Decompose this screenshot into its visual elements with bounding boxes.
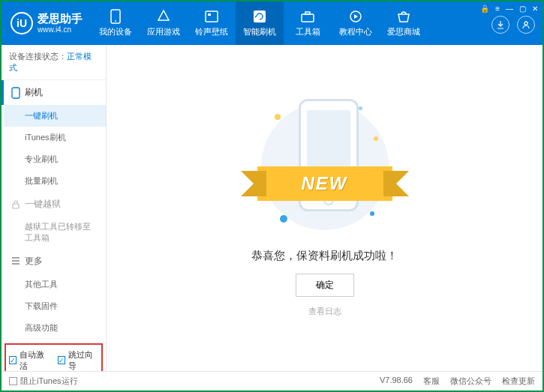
sidebar-item-pro-flash[interactable]: 专业刷机 [4,148,106,170]
window-controls: 🔒 ≡ — ▢ ✕ [476,1,542,16]
options-box: ✓ 自动激活 ✓ 跳过向导 [5,343,103,371]
sidebar-item-itunes-flash[interactable]: iTunes刷机 [4,127,106,148]
app-name: 爱思助手 [38,12,83,25]
nav-label: 智能刷机 [243,26,276,37]
toolbox-icon [300,9,315,24]
phone-icon [11,87,20,99]
nav-label: 教程中心 [339,26,372,37]
logo-area: iU 爱思助手 www.i4.cn [2,1,92,45]
sidebar-item-batch-flash[interactable]: 批量刷机 [4,170,106,192]
nav-label: 应用游戏 [147,26,180,37]
sidebar-item-advanced[interactable]: 高级功能 [4,317,106,339]
nav-store[interactable]: 爱思商城 [380,1,428,45]
success-message: 恭喜您，保资料刷机成功啦！ [251,249,398,263]
tutorial-icon [348,9,363,24]
nav-label: 爱思商城 [387,26,420,37]
close-icon[interactable]: ✕ [532,4,538,13]
header: iU 爱思助手 www.i4.cn 我的设备 应用游戏 铃声壁纸 智能刷机 [2,1,542,45]
nav-toolbox[interactable]: 工具箱 [284,1,332,45]
svg-rect-3 [208,13,211,16]
nav-label: 工具箱 [296,26,320,37]
store-icon [396,9,411,24]
phone-icon [108,9,123,24]
minimize-icon[interactable]: — [506,4,513,13]
user-button[interactable] [517,16,535,34]
checkbox-icon [9,377,17,385]
main-content: NEW 恭喜您，保资料刷机成功啦！ 确定 查看日志 [107,45,542,371]
checkbox-auto-activate[interactable]: ✓ 自动激活 [9,349,50,371]
ok-button[interactable]: 确定 [296,274,354,297]
checkbox-block-itunes[interactable]: 阻止iTunes运行 [9,376,78,387]
update-link[interactable]: 检查更新 [502,376,535,387]
svg-rect-2 [206,11,218,22]
checkbox-skip-guide[interactable]: ✓ 跳过向导 [58,349,99,371]
nav-my-device[interactable]: 我的设备 [92,1,140,45]
sidebar-item-download-firmware[interactable]: 下载固件 [4,295,106,317]
svg-point-1 [115,20,116,22]
jailbreak-note: 越狱工具已转移至工具箱 [4,217,106,249]
nav-apps[interactable]: 应用游戏 [140,1,188,45]
sidebar-section-jailbreak[interactable]: 一键越狱 [2,192,106,217]
connection-status: 设备连接状态：正常模式 [2,45,106,80]
sidebar-section-more[interactable]: 更多 [2,249,106,274]
nav-flash[interactable]: 智能刷机 [236,1,284,45]
app-url: www.i4.cn [38,25,83,34]
lock-icon[interactable]: 🔒 [480,4,489,13]
flash-icon [252,9,267,24]
svg-point-8 [524,22,527,25]
svg-rect-10 [13,204,19,208]
wallpaper-icon [204,9,219,24]
top-nav: 我的设备 应用游戏 铃声壁纸 智能刷机 工具箱 教程中心 [92,1,476,45]
sidebar-item-oneclick-flash[interactable]: 一键刷机 [4,105,106,127]
lock-icon [11,200,20,209]
checkbox-icon: ✓ [9,356,17,364]
svg-rect-5 [302,14,314,22]
version-label: V7.98.66 [380,376,413,387]
sidebar: 设备连接状态：正常模式 刷机 一键刷机 iTunes刷机 专业刷机 批量刷机 一… [2,45,107,371]
success-illustration: NEW [261,99,389,234]
maximize-icon[interactable]: ▢ [519,4,526,13]
ribbon-text: NEW [302,173,348,194]
menu-icon[interactable]: ≡ [495,4,500,13]
service-link[interactable]: 客服 [423,376,440,387]
checkbox-icon: ✓ [58,356,65,364]
app-window: iU 爱思助手 www.i4.cn 我的设备 应用游戏 铃声壁纸 智能刷机 [0,0,544,392]
download-button[interactable] [491,16,509,34]
list-icon [11,257,20,265]
svg-rect-9 [12,88,20,98]
nav-label: 铃声壁纸 [195,26,228,37]
nav-label: 我的设备 [99,26,132,37]
footer: 阻止iTunes运行 V7.98.66 客服 微信公众号 检查更新 [2,371,542,391]
view-log-link[interactable]: 查看日志 [308,306,341,317]
nav-tutorials[interactable]: 教程中心 [332,1,380,45]
svg-rect-6 [305,12,310,14]
apps-icon [156,9,171,24]
wechat-link[interactable]: 微信公众号 [450,376,491,387]
sidebar-item-other-tools[interactable]: 其他工具 [4,274,106,295]
logo-icon: iU [11,12,33,34]
nav-ringtones[interactable]: 铃声壁纸 [188,1,236,45]
sidebar-section-flash[interactable]: 刷机 [2,80,106,105]
